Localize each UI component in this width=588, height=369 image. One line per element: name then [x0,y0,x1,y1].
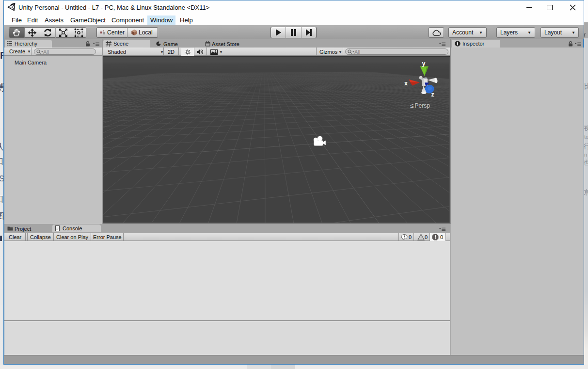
svg-text:x: x [404,80,408,87]
svg-text:y: y [422,60,426,67]
svg-text:z: z [431,91,434,98]
